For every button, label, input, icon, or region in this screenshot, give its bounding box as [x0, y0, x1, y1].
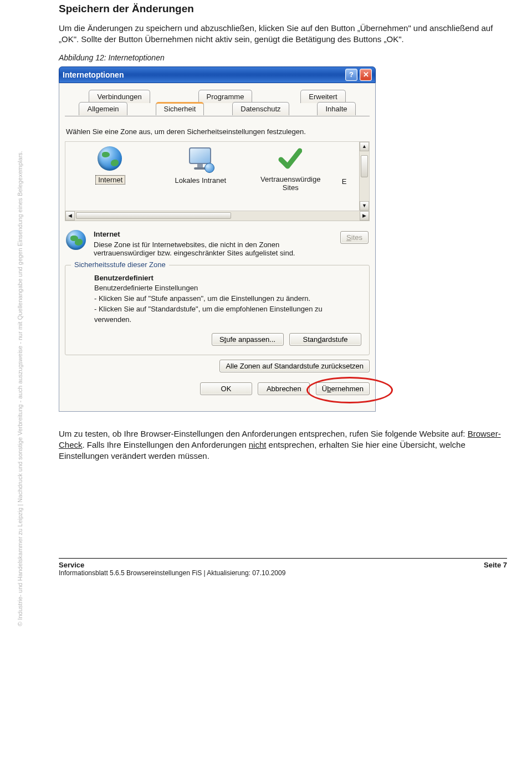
level-line3: - Klicken Sie auf "Standardstufe", um di…	[94, 304, 361, 325]
tab-strip: Verbindungen Programme Erweitert Allgeme…	[65, 90, 370, 121]
zone-description: Internet Diese Zone ist für Internetwebs…	[66, 230, 369, 257]
zone-list[interactable]: Internet Lokales Intranet Vertrauenswürd…	[65, 141, 370, 211]
dialog-titlebar: Internetoptionen ? ✕	[59, 66, 376, 83]
zone-cut-label: E	[342, 177, 347, 186]
hscroll-thumb[interactable]	[76, 212, 231, 219]
globe-icon	[66, 230, 86, 250]
tab-inhalte[interactable]: Inhalte	[317, 102, 355, 115]
group-legend: Sicherheitsstufe dieser Zone	[71, 260, 169, 269]
close-button[interactable]: ✕	[360, 69, 372, 81]
zone-instruction: Wählen Sie eine Zone aus, um deren Siche…	[66, 127, 369, 136]
side-copyright: © Industrie- und Handelskammer zu Leipzi…	[17, 151, 23, 626]
zone-internet[interactable]: Internet	[71, 146, 149, 185]
security-level-group: Sicherheitsstufe dieser Zone Benutzerdef…	[65, 265, 370, 355]
monitor-icon	[188, 147, 212, 172]
dialog-body: Verbindungen Programme Erweitert Allgeme…	[59, 83, 376, 412]
level-heading: Benutzerdefiniert	[94, 273, 361, 284]
apply-button[interactable]: Übernehmen	[316, 382, 370, 395]
level-default-button[interactable]: Standardstufe	[289, 333, 361, 346]
test-paragraph: Um zu testen, ob Ihre Browser-Einstellun…	[59, 428, 507, 462]
tab-programme[interactable]: Programme	[198, 90, 253, 103]
tab-verbindungen[interactable]: Verbindungen	[89, 90, 150, 103]
page: Speichern der Änderungen Um die Änderung…	[0, 0, 532, 599]
tab-erweitert[interactable]: Erweitert	[300, 90, 345, 103]
scroll-down-icon[interactable]: ▼	[360, 201, 369, 211]
footer-page-number: Seite 7	[484, 561, 507, 577]
page-title: Speichern der Änderungen	[59, 3, 507, 15]
help-button[interactable]: ?	[345, 69, 357, 81]
scroll-up-icon[interactable]: ▲	[360, 142, 369, 151]
internet-options-dialog: Internetoptionen ? ✕ Verbindungen Progra…	[59, 66, 376, 412]
checkmark-icon	[278, 146, 302, 171]
ok-button[interactable]: OK	[200, 382, 252, 395]
tab-allgemein[interactable]: Allgemein	[79, 102, 127, 115]
scroll-left-icon[interactable]: ◀	[65, 211, 75, 221]
globe-icon	[98, 146, 122, 171]
scroll-thumb[interactable]	[361, 155, 368, 177]
zone-trusted[interactable]: Vertrauenswürdige Sites	[252, 146, 329, 192]
level-line2: - Klicken Sie auf "Stufe anpassen", um d…	[94, 294, 361, 304]
sites-button[interactable]: Sites	[340, 231, 369, 244]
zone-intranet-label: Lokales Intranet	[175, 176, 226, 185]
zone-desc-body: Diese Zone ist für Internetwebsites, die…	[94, 240, 335, 257]
zone-intranet[interactable]: Lokales Intranet	[162, 146, 239, 185]
footer-info-line: Informationsblatt 5.6.5 Browsereinstellu…	[59, 569, 285, 577]
zone-vscrollbar[interactable]: ▲ ▼	[359, 142, 369, 211]
dialog-action-row: OK Abbrechen Übernehmen	[65, 382, 370, 401]
page-footer: Service Informationsblatt 5.6.5 Browsere…	[59, 558, 507, 577]
cancel-button[interactable]: Abbrechen	[258, 382, 310, 395]
zone-internet-label: Internet	[95, 175, 125, 185]
tab-datenschutz[interactable]: Datenschutz	[232, 102, 289, 115]
level-line1: Benutzerdefinierte Einstellungen	[94, 283, 361, 294]
zone-hscrollbar[interactable]: ◀ ▶	[65, 211, 370, 221]
tab-sicherheit[interactable]: Sicherheit	[156, 102, 204, 115]
not-underlined: nicht	[249, 440, 267, 449]
reset-all-zones-button[interactable]: Alle Zonen auf Standardstufe zurücksetze…	[219, 360, 370, 372]
zone-trusted-label: Vertrauenswürdige Sites	[260, 175, 320, 192]
dialog-title: Internetoptionen	[63, 70, 124, 79]
intro-paragraph: Um die Änderungen zu speichern und abzus…	[59, 23, 507, 45]
scroll-right-icon[interactable]: ▶	[360, 211, 369, 221]
footer-service: Service	[59, 561, 285, 569]
figure-caption: Abbildung 12: Internetoptionen	[59, 53, 507, 62]
zone-cut: E	[342, 146, 353, 186]
level-customize-button[interactable]: Stufe anpassen...	[212, 333, 284, 346]
zone-desc-heading: Internet	[94, 230, 335, 238]
